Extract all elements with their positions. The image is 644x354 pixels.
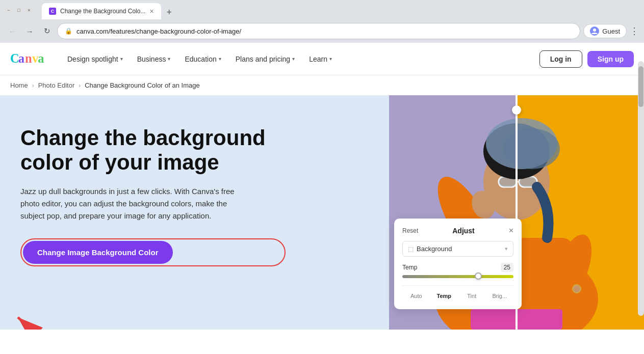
hero-right-image: Reset Adjust × ⬚ Background ▾ Temp 25 — [389, 95, 644, 330]
svg-text:a: a — [18, 51, 24, 65]
hero-image-container: Reset Adjust × ⬚ Background ▾ Temp 25 — [389, 95, 644, 330]
scrollbar-thumb[interactable] — [638, 66, 643, 107]
url-text: canva.com/features/change-background-col… — [76, 28, 573, 35]
temp-slider-thumb[interactable] — [475, 273, 482, 280]
panel-tab-temp[interactable]: Temp — [430, 291, 458, 301]
tab-favicon: C — [49, 8, 56, 15]
chevron-down-icon: ▾ — [219, 56, 221, 62]
adjust-panel: Reset Adjust × ⬚ Background ▾ Temp 25 — [394, 219, 522, 309]
site-content: C a n v a Design spotlight ▾ Business ▾ … — [0, 43, 644, 330]
svg-text:a: a — [38, 51, 44, 65]
chevron-down-icon: ▾ — [292, 56, 295, 62]
arrow-indicator — [5, 302, 270, 330]
close-window-button[interactable]: × — [25, 7, 33, 14]
breadcrumb-current: Change Background Color of an Image — [85, 81, 199, 89]
cta-button-border: Change Image Background Color — [20, 238, 286, 266]
nav-design-spotlight[interactable]: Design spotlight ▾ — [61, 52, 129, 66]
top-nav: C a n v a Design spotlight ▾ Business ▾ … — [0, 43, 644, 75]
tab-title: Change the Background Colo... — [60, 8, 145, 15]
panel-tab-auto[interactable]: Auto — [402, 291, 430, 301]
nav-plans-pricing[interactable]: Plans and pricing ▾ — [229, 52, 301, 66]
window-controls: − □ × — [5, 7, 33, 14]
maximize-button[interactable]: □ — [15, 7, 22, 14]
svg-point-19 — [504, 128, 560, 169]
profile-button[interactable]: Guest — [583, 24, 627, 38]
breadcrumb-sep-2: › — [79, 82, 81, 89]
hero-left: Change the background color of your imag… — [0, 95, 306, 330]
profile-label: Guest — [602, 28, 620, 35]
nav-business[interactable]: Business ▾ — [131, 52, 177, 66]
url-lock-icon: 🔒 — [65, 28, 72, 35]
nav-education[interactable]: Education ▾ — [178, 52, 227, 66]
slider-circle — [512, 105, 521, 115]
breadcrumb: Home › Photo Editor › Change Background … — [0, 75, 644, 95]
browser-chrome: − □ × C Change the Background Colo... × … — [0, 0, 644, 43]
tab-bar: C Change the Background Colo... × + — [37, 1, 197, 19]
svg-point-0 — [593, 29, 596, 32]
breadcrumb-sep-1: › — [32, 82, 34, 89]
title-bar: − □ × C Change the Background Colo... × … — [0, 0, 644, 20]
panel-title: Adjust — [452, 227, 475, 235]
panel-temp-value: 25 — [501, 263, 513, 272]
signup-button[interactable]: Sign up — [587, 51, 634, 67]
chevron-down-icon: ▾ — [329, 56, 332, 62]
address-bar: ← → ↻ 🔒 canva.com/features/change-backgr… — [0, 20, 644, 43]
hero-title: Change the background color of your imag… — [20, 126, 286, 175]
chevron-down-icon: ▾ — [120, 56, 123, 62]
url-bar[interactable]: 🔒 canva.com/features/change-background-c… — [57, 23, 580, 39]
nav-actions: Log in Sign up — [539, 50, 634, 68]
panel-select-label: Background — [417, 245, 505, 253]
canva-logo[interactable]: C a n v a — [10, 51, 46, 67]
forward-button[interactable]: → — [22, 24, 37, 38]
hero-description: Jazz up dull backgrounds in just a few c… — [20, 185, 245, 222]
panel-header: Reset Adjust × — [402, 227, 513, 235]
breadcrumb-photo-editor[interactable]: Photo Editor — [38, 81, 75, 89]
browser-menu-button[interactable]: ⋮ — [630, 25, 639, 37]
login-button[interactable]: Log in — [539, 50, 582, 68]
profile-icon — [590, 26, 599, 36]
panel-tabs: Auto Temp Tint Brig... — [402, 285, 513, 301]
minimize-button[interactable]: − — [5, 7, 12, 14]
nav-learn[interactable]: Learn ▾ — [303, 52, 338, 66]
chevron-down-icon: ▾ — [168, 56, 170, 62]
nav-items: Design spotlight ▾ Business ▾ Education … — [61, 52, 539, 66]
hero-section: Change the background color of your imag… — [0, 95, 644, 330]
panel-temp-row: Temp 25 — [402, 263, 513, 272]
reload-button[interactable]: ↻ — [40, 24, 54, 38]
panel-temp-label: Temp — [402, 264, 417, 271]
new-tab-button[interactable]: + — [162, 5, 176, 19]
panel-reset-button[interactable]: Reset — [402, 227, 418, 234]
svg-text:n: n — [25, 51, 32, 65]
chevron-down-icon: ▾ — [505, 246, 508, 252]
temp-slider-track[interactable] — [402, 275, 513, 278]
panel-tab-brightness[interactable]: Brig... — [486, 291, 514, 301]
breadcrumb-home[interactable]: Home — [10, 81, 28, 89]
svg-point-20 — [573, 285, 581, 293]
back-button[interactable]: ← — [5, 24, 19, 38]
close-tab-button[interactable]: × — [149, 8, 153, 15]
browser-tab[interactable]: C Change the Background Colo... × — [42, 3, 161, 19]
cta-button[interactable]: Change Image Background Color — [23, 241, 173, 264]
panel-tab-tint[interactable]: Tint — [458, 291, 486, 301]
panel-close-button[interactable]: × — [509, 227, 513, 235]
panel-background-select[interactable]: ⬚ Background ▾ — [402, 241, 513, 257]
scrollbar[interactable] — [638, 61, 644, 316]
